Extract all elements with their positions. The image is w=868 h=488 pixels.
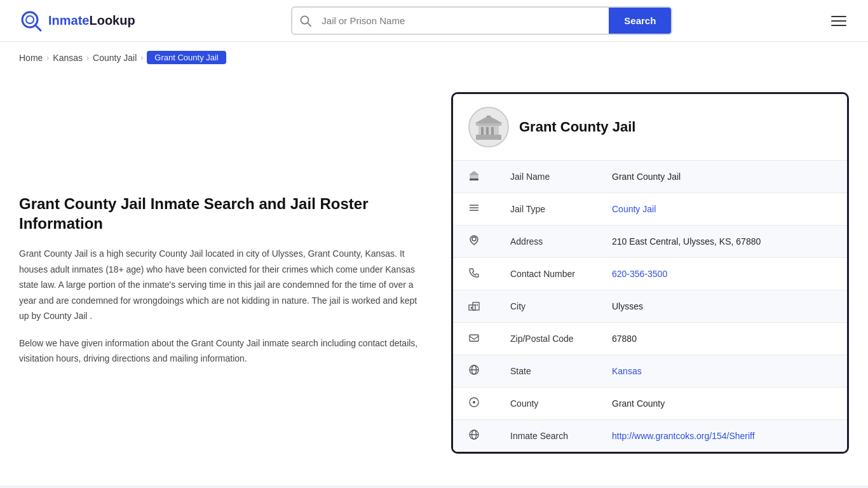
breadcrumb-sep-2: › xyxy=(86,53,89,62)
svg-line-2 xyxy=(36,25,41,30)
breadcrumb-state[interactable]: Kansas xyxy=(53,53,83,63)
search-icon xyxy=(292,15,319,27)
row-link[interactable]: http://www.grantcoks.org/154/Sheriff xyxy=(612,431,755,441)
svg-rect-8 xyxy=(486,127,489,135)
row-value: Grant County Jail xyxy=(597,161,847,193)
svg-rect-21 xyxy=(473,302,479,310)
table-row: Inmate Searchhttp://www.grantcoks.org/15… xyxy=(453,420,847,452)
table-row: StateKansas xyxy=(453,355,847,388)
page-heading: Grant County Jail Inmate Search and Jail… xyxy=(19,194,426,233)
breadcrumb-current: Grant County Jail xyxy=(147,51,226,64)
state-icon xyxy=(453,355,495,388)
jail-icon xyxy=(453,161,495,193)
row-label: City xyxy=(495,290,597,323)
footer-bar xyxy=(0,485,868,488)
row-value[interactable]: 620-356-3500 xyxy=(597,258,847,290)
city-icon xyxy=(453,290,495,323)
svg-line-4 xyxy=(308,23,311,26)
right-column: Grant County Jail Jail NameGrant County … xyxy=(451,92,849,454)
row-label: County xyxy=(495,388,597,420)
svg-rect-12 xyxy=(487,116,491,117)
row-value[interactable]: http://www.grantcoks.org/154/Sheriff xyxy=(597,420,847,452)
site-header: InmateLookup Search xyxy=(0,0,868,42)
search-bar: Search xyxy=(291,6,672,35)
table-row: CityUlysses xyxy=(453,290,847,323)
logo-text: InmateLookup xyxy=(48,13,135,28)
info-card: Grant County Jail Jail NameGrant County … xyxy=(451,92,849,454)
row-value[interactable]: Kansas xyxy=(597,355,847,388)
description-para-2: Below we have given information about th… xyxy=(19,336,426,367)
main-content: Grant County Jail Inmate Search and Jail… xyxy=(0,73,868,473)
type-icon xyxy=(453,193,495,226)
svg-rect-23 xyxy=(475,304,476,306)
county-icon xyxy=(453,388,495,420)
description-para-1: Grant County Jail is a high security Cou… xyxy=(19,246,426,324)
svg-rect-7 xyxy=(481,127,484,135)
row-link[interactable]: Kansas xyxy=(612,366,642,376)
breadcrumb: Home › Kansas › County Jail › Grant Coun… xyxy=(0,42,868,73)
courthouse-icon xyxy=(473,112,504,142)
row-link[interactable]: 620-356-3500 xyxy=(612,269,667,279)
svg-rect-24 xyxy=(477,304,478,306)
web-icon xyxy=(453,420,495,452)
svg-rect-25 xyxy=(470,335,478,341)
row-value: Ulysses xyxy=(597,290,847,323)
left-column: Grant County Jail Inmate Search and Jail… xyxy=(19,92,426,454)
info-table: Jail NameGrant County JailJail TypeCount… xyxy=(453,161,847,452)
logo-icon xyxy=(19,9,43,33)
svg-marker-15 xyxy=(469,171,479,175)
info-card-title: Grant County Jail xyxy=(519,119,635,135)
row-label: Jail Name xyxy=(495,161,597,193)
table-row: Contact Number620-356-3500 xyxy=(453,258,847,290)
svg-point-1 xyxy=(26,16,34,24)
svg-rect-14 xyxy=(470,175,478,179)
row-label: Zip/Postal Code xyxy=(495,323,597,355)
hamburger-menu-button[interactable] xyxy=(829,13,849,29)
breadcrumb-sep-1: › xyxy=(46,53,49,62)
table-row: CountyGrant County xyxy=(453,388,847,420)
svg-point-19 xyxy=(472,237,476,241)
svg-rect-10 xyxy=(476,123,501,126)
phone-icon xyxy=(453,258,495,290)
row-value: 67880 xyxy=(597,323,847,355)
table-row: Jail TypeCounty Jail xyxy=(453,193,847,226)
breadcrumb-type[interactable]: County Jail xyxy=(93,53,137,63)
row-value: 210 East Central, Ulysses, KS, 67880 xyxy=(597,226,847,258)
breadcrumb-home[interactable]: Home xyxy=(19,53,43,63)
svg-rect-13 xyxy=(470,179,478,180)
svg-rect-22 xyxy=(471,307,472,309)
row-value[interactable]: County Jail xyxy=(597,193,847,226)
svg-rect-5 xyxy=(476,135,501,140)
row-label: Contact Number xyxy=(495,258,597,290)
zip-icon xyxy=(453,323,495,355)
search-input[interactable] xyxy=(319,9,609,32)
row-label: State xyxy=(495,355,597,388)
svg-rect-9 xyxy=(491,127,494,135)
svg-point-30 xyxy=(473,401,475,403)
jail-avatar xyxy=(468,107,509,147)
row-label: Address xyxy=(495,226,597,258)
table-row: Address210 East Central, Ulysses, KS, 67… xyxy=(453,226,847,258)
row-link[interactable]: County Jail xyxy=(612,204,656,214)
row-label: Inmate Search xyxy=(495,420,597,452)
location-icon xyxy=(453,226,495,258)
table-row: Zip/Postal Code67880 xyxy=(453,323,847,355)
search-button[interactable]: Search xyxy=(609,8,671,34)
row-label: Jail Type xyxy=(495,193,597,226)
logo-link[interactable]: InmateLookup xyxy=(19,9,135,33)
row-value: Grant County xyxy=(597,388,847,420)
info-card-header: Grant County Jail xyxy=(453,94,847,161)
breadcrumb-sep-3: › xyxy=(140,53,143,62)
table-row: Jail NameGrant County Jail xyxy=(453,161,847,193)
